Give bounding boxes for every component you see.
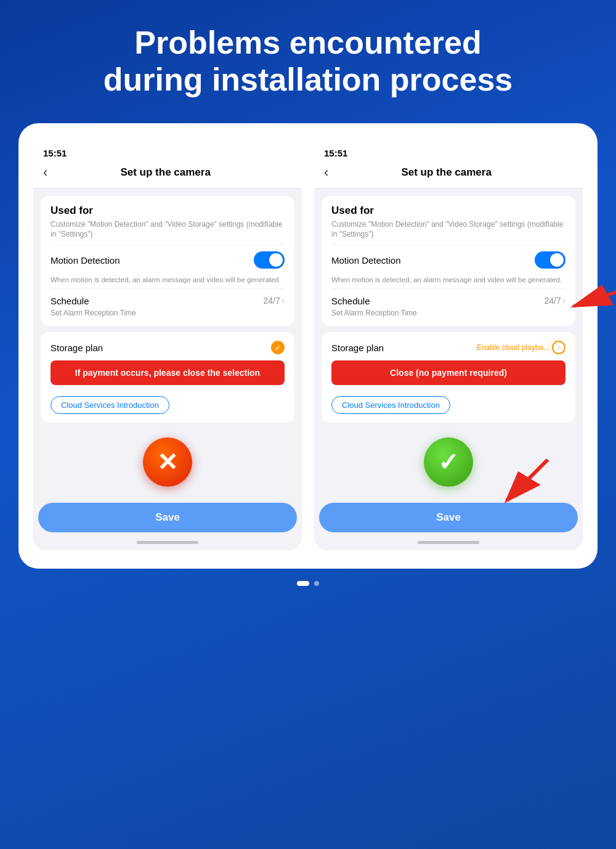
right-schedule-label: Schedule (331, 296, 370, 306)
dot-1 (297, 581, 309, 586)
left-header: ‹ Set up the camera (33, 161, 302, 189)
left-error-icon: ✕ (143, 437, 192, 487)
right-alert-banner[interactable]: Close (no payment required) (331, 360, 565, 385)
bottom-pagination (297, 581, 319, 586)
right-save-button[interactable]: Save (319, 503, 578, 532)
right-storage-row: Storage plan Enable cloud playba... ○ (331, 341, 565, 354)
right-storage-card: Storage plan Enable cloud playba... ○ Cl… (322, 332, 575, 423)
left-home-indicator (137, 541, 198, 544)
right-schedule-row[interactable]: Schedule 24/7 › (331, 288, 565, 307)
left-schedule-label: Schedule (51, 296, 89, 306)
left-used-for-desc: Customize "Motion Detection" and "Video … (51, 219, 285, 240)
right-motion-row: Motion Detection (331, 245, 565, 271)
headline: Problems encountered during installation… (103, 25, 513, 99)
right-phone-panel: 15:51 ‹ Set up the camera Used for Custo… (314, 142, 583, 551)
right-used-for-title: Used for (331, 205, 565, 217)
left-storage-check-icon: ✓ (271, 341, 285, 354)
left-schedule-value-text: 24/7 (263, 296, 280, 306)
right-cloud-intro-button[interactable]: Cloud Services Introduction (331, 396, 450, 414)
right-motion-toggle[interactable] (535, 251, 565, 269)
right-schedule-value-text: 24/7 (544, 296, 561, 306)
left-schedule-value: 24/7 › (263, 295, 285, 306)
left-phone-panel: 15:51 ‹ Set up the camera Used for Custo… (33, 142, 302, 551)
right-enable-cloud-text: Enable cloud playba... (477, 343, 549, 352)
left-status-bar: 15:51 (33, 142, 302, 161)
right-used-for-desc: Customize "Motion Detection" and "Video … (331, 219, 565, 240)
right-status-bar: 15:51 (314, 142, 583, 161)
right-cloud-toggle-icon[interactable]: ○ (552, 341, 565, 354)
right-schedule-value: 24/7 › (544, 295, 565, 306)
left-schedule-row[interactable]: Schedule 24/7 › (51, 288, 285, 307)
right-home-indicator (418, 541, 479, 544)
headline-line1: Problems encountered (134, 25, 481, 60)
right-header: ‹ Set up the camera (314, 161, 583, 189)
left-motion-row: Motion Detection (51, 245, 285, 271)
left-alert-banner: If payment occurs, please close the sele… (51, 360, 285, 385)
right-header-title: Set up the camera (333, 166, 559, 179)
left-cloud-intro-button[interactable]: Cloud Services Introduction (51, 396, 169, 414)
right-panel-wrapper: 15:51 ‹ Set up the camera Used for Custo… (314, 142, 583, 551)
left-storage-card: Storage plan ✓ If payment occurs, please… (41, 332, 294, 423)
left-storage-row: Storage plan ✓ (51, 341, 285, 354)
right-success-icon: ✓ (424, 437, 473, 487)
left-motion-toggle[interactable] (254, 251, 285, 269)
right-storage-label: Storage plan (331, 343, 384, 353)
left-schedule-sub: Set Alarm Reception Time (51, 307, 285, 317)
headline-line2: during installation process (103, 62, 513, 97)
dot-2 (314, 581, 319, 586)
left-used-for-card: Used for Customize "Motion Detection" an… (41, 196, 294, 327)
right-back-button[interactable]: ‹ (324, 165, 328, 181)
phones-container: 15:51 ‹ Set up the camera Used for Custo… (18, 123, 598, 569)
right-storage-cloud: Enable cloud playba... ○ (477, 341, 565, 354)
left-save-button[interactable]: Save (38, 503, 297, 532)
left-storage-label: Storage plan (51, 343, 103, 353)
left-icon-area: ✕ (41, 429, 294, 495)
right-motion-desc: When motion is detected, an alarm messag… (331, 271, 565, 285)
right-content: Used for Customize "Motion Detection" an… (314, 189, 583, 503)
left-header-title: Set up the camera (52, 166, 278, 179)
right-chevron-icon: › (562, 295, 565, 306)
left-chevron-icon: › (282, 295, 285, 306)
right-icon-area: ✓ (322, 429, 575, 495)
right-motion-label: Motion Detection (331, 255, 401, 266)
right-schedule-sub: Set Alarm Reception Time (331, 307, 565, 317)
left-used-for-title: Used for (51, 205, 285, 217)
left-time: 15:51 (43, 148, 67, 158)
left-motion-label: Motion Detection (51, 255, 120, 266)
left-content: Used for Customize "Motion Detection" an… (33, 189, 302, 503)
left-back-button[interactable]: ‹ (43, 165, 47, 181)
right-time: 15:51 (324, 148, 347, 158)
right-used-for-card: Used for Customize "Motion Detection" an… (322, 196, 575, 327)
left-motion-desc: When motion is detected, an alarm messag… (51, 271, 285, 285)
